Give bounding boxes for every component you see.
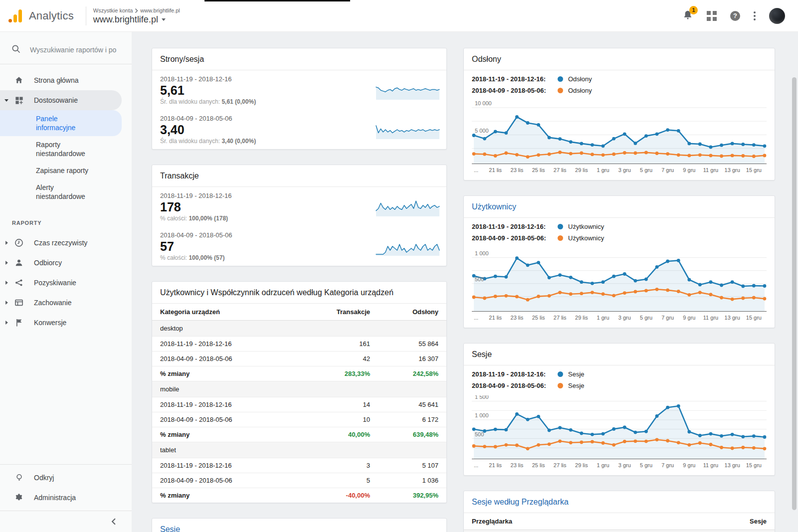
legend-row: 2018-11-19 - 2018-12-16: Sesje — [472, 370, 767, 378]
clock-icon — [13, 238, 25, 248]
svg-text:13 gru: 13 gru — [725, 315, 740, 321]
table-group-chrome: Chrome — [464, 530, 775, 532]
sidebar-item-acquisition[interactable]: Pozyskiwanie — [0, 273, 122, 293]
sidebar-item-admin[interactable]: Administracja — [0, 488, 122, 508]
card-title: Strony/sesja — [152, 48, 446, 70]
chevron-left-icon — [111, 518, 117, 525]
svg-text:23 lis: 23 lis — [511, 167, 524, 173]
sidebar-item-customization[interactable]: Dostosowanie — [0, 90, 122, 110]
svg-text:21 lis: 21 lis — [489, 462, 502, 468]
user-avatar[interactable] — [769, 8, 785, 24]
breadcrumb-accounts[interactable]: Wszystkie konta — [93, 7, 133, 13]
search-icon — [11, 44, 21, 56]
card-pageviews-chart: Odsłony 2018-11-19 - 2018-12-16: Odsłony… — [463, 48, 775, 180]
apps-button[interactable] — [707, 11, 717, 21]
svg-text:...: ... — [474, 315, 478, 321]
sidebar: Strona główna Dostosowanie Panele inform… — [0, 32, 132, 532]
table-header: Kategoria urządzeń Transakcje Odsłony — [152, 304, 446, 321]
metric-row: 2018-04-09 - 2018-05-06 57 % całości: 10… — [152, 226, 446, 266]
sidebar-footer: Odkryj Administracja — [0, 464, 132, 532]
sidebar-item-behavior[interactable]: Zachowanie — [0, 293, 122, 313]
card-title-link[interactable]: Sesje według Przeglądarka — [464, 491, 775, 513]
card-title-link[interactable]: Użytkownicy — [464, 196, 775, 218]
svg-text:27 lis: 27 lis — [554, 315, 567, 321]
svg-text:15 gru: 15 gru — [746, 462, 762, 468]
sidebar-item-custom-reports[interactable]: Raporty niestandardowe — [0, 136, 122, 162]
breadcrumb-property[interactable]: www.brightlife.pl — [140, 7, 180, 13]
sidebar-item-discover[interactable]: Odkryj — [0, 468, 122, 488]
svg-text:9 gru: 9 gru — [683, 462, 695, 468]
search-input[interactable] — [30, 46, 124, 54]
legend-row: 2018-04-09 - 2018-05-06: Odsłony — [472, 87, 767, 94]
svg-text:29 lis: 29 lis — [575, 167, 588, 173]
sidebar-item-home[interactable]: Strona główna — [0, 70, 122, 90]
card-pages-per-session: Strony/sesja 2018-11-19 - 2018-12-16 5,6… — [152, 48, 447, 150]
chevron-right-icon — [5, 281, 8, 285]
svg-text:3 gru: 3 gru — [618, 462, 631, 468]
home-icon — [13, 75, 25, 85]
sidebar-item-realtime[interactable]: Czas rzeczywisty — [0, 233, 122, 253]
dashboard-main: Strony/sesja 2018-11-19 - 2018-12-16 5,6… — [132, 32, 798, 532]
sidebar-item-dashboards[interactable]: Panele informacyjne — [0, 110, 122, 136]
top-black-line — [204, 0, 350, 1]
svg-text:21 lis: 21 lis — [489, 167, 502, 173]
help-button[interactable]: ? — [730, 11, 740, 21]
sparkline-chart — [374, 80, 441, 100]
svg-text:11 gru: 11 gru — [703, 315, 718, 321]
collapse-sidebar-button[interactable] — [0, 511, 132, 532]
series-dot-previous — [558, 383, 563, 388]
table-row: 2018-11-19 - 2018-12-16 3 5 107 — [152, 458, 446, 473]
card-users-chart: Użytkownicy 2018-11-19 - 2018-12-16: Uży… — [463, 195, 775, 328]
legend-row: 2018-11-19 - 2018-12-16: Odsłony — [472, 75, 767, 83]
sidebar-item-audience[interactable]: Odbiorcy — [0, 253, 122, 273]
series-dot-current — [558, 76, 563, 82]
svg-text:1 000: 1 000 — [475, 412, 489, 418]
svg-text:500: 500 — [475, 276, 484, 282]
card-title: Sesje — [464, 344, 775, 365]
card-title: Odsłony — [464, 48, 775, 70]
svg-text:500: 500 — [475, 431, 484, 437]
table-group-mobile: mobile — [152, 381, 446, 397]
metric-row: 2018-04-09 - 2018-05-06 3,40 Śr. dla wid… — [152, 110, 446, 149]
notifications-button[interactable]: 1 — [682, 9, 693, 22]
analytics-logo[interactable]: Analytics — [0, 8, 74, 23]
series-dot-current — [558, 371, 563, 377]
behavior-icon — [13, 298, 25, 308]
section-label-reports: RAPORTY — [0, 205, 132, 233]
svg-text:23 lis: 23 lis — [511, 462, 524, 468]
more-menu-button[interactable] — [754, 11, 756, 20]
chevron-right-icon — [5, 321, 8, 325]
svg-text:11 gru: 11 gru — [703, 462, 718, 468]
lightbulb-icon — [13, 473, 25, 483]
svg-text:29 lis: 29 lis — [575, 315, 588, 321]
table-row: 2018-04-09 - 2018-05-06 42 16 307 — [152, 352, 446, 366]
sidebar-item-conversions[interactable]: Konwersje — [0, 313, 122, 333]
series-dot-previous — [558, 235, 563, 241]
svg-text:21 lis: 21 lis — [489, 315, 502, 321]
sparkline-chart — [374, 236, 441, 256]
svg-text:25 lis: 25 lis — [532, 462, 545, 468]
app-header: Analytics Wszystkie konta www.brightlife… — [0, 0, 798, 32]
property-selector[interactable]: www.brightlife.pl — [93, 14, 180, 25]
card-title-link[interactable]: Sesje — [152, 519, 446, 532]
breadcrumb-separator-icon — [135, 8, 138, 13]
chevron-down-icon — [162, 18, 166, 21]
card-transactions: Transakcje 2018-11-19 - 2018-12-16 178 %… — [152, 165, 447, 266]
chevron-right-icon — [5, 301, 8, 305]
svg-text:3 gru: 3 gru — [618, 315, 631, 321]
svg-text:1 gru: 1 gru — [597, 315, 609, 321]
report-search — [0, 36, 132, 64]
sidebar-item-saved-reports[interactable]: Zapisane raporty — [0, 162, 122, 179]
svg-text:7 gru: 7 gru — [661, 167, 674, 173]
table-row: 2018-04-09 - 2018-05-06 10 6 172 — [152, 412, 446, 427]
page-scrollbar[interactable] — [792, 77, 797, 510]
svg-text:7 gru: 7 gru — [661, 462, 674, 468]
svg-text:5 gru: 5 gru — [640, 167, 652, 173]
svg-text:3 gru: 3 gru — [618, 167, 631, 173]
sidebar-item-custom-alerts[interactable]: Alerty niestandardowe — [0, 179, 122, 205]
analytics-logo-icon — [8, 8, 23, 23]
dashboard-column-right: Odsłony 2018-11-19 - 2018-12-16: Odsłony… — [463, 48, 775, 532]
series-dot-previous — [558, 88, 563, 93]
legend-row: 2018-04-09 - 2018-05-06: Sesje — [472, 382, 767, 389]
table-row: 2018-11-19 - 2018-12-16 161 55 864 — [152, 337, 446, 352]
